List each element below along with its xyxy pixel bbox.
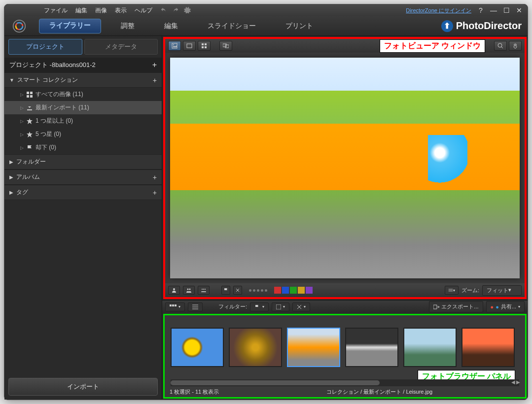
import-icon bbox=[27, 105, 33, 111]
viewer-canvas[interactable] bbox=[165, 53, 525, 283]
tab-library[interactable]: ライブラリー bbox=[39, 19, 101, 34]
section-label: タグ bbox=[16, 188, 28, 197]
thumbnail-scrollbar[interactable]: ◀▶ bbox=[171, 379, 519, 386]
tab-edit[interactable]: 編集 bbox=[149, 19, 193, 34]
tag-people2-button[interactable] bbox=[183, 286, 195, 295]
chevron-right-icon: ▷ bbox=[20, 105, 24, 110]
thumbnail[interactable] bbox=[461, 328, 515, 367]
section-album[interactable]: ▶ アルバム + bbox=[4, 169, 162, 185]
tree-item-recent-import[interactable]: ▷ 最新インポート (11) bbox=[4, 101, 162, 114]
view-single-button[interactable] bbox=[168, 41, 181, 51]
export-button[interactable]: エクスポート... bbox=[429, 301, 483, 312]
side-tab-metadata[interactable]: メタデータ bbox=[84, 39, 158, 55]
help-icon[interactable]: ? bbox=[477, 7, 484, 14]
filter-rating-button[interactable]: ▾ bbox=[292, 303, 310, 311]
menu-edit[interactable]: 編集 bbox=[75, 6, 87, 15]
add-album-icon[interactable]: + bbox=[153, 173, 157, 181]
view-compare-button[interactable] bbox=[183, 41, 196, 51]
thumbnail[interactable] bbox=[287, 328, 340, 367]
section-folder[interactable]: ▶ フォルダー bbox=[4, 154, 162, 169]
upload-icon[interactable]: ⬆ bbox=[441, 20, 453, 32]
tag-person-button[interactable] bbox=[168, 286, 180, 295]
view-secondary-button[interactable] bbox=[219, 41, 232, 51]
tree-item-label: 却下 (0) bbox=[35, 143, 56, 152]
import-button[interactable]: インポート bbox=[8, 378, 158, 396]
svg-rect-25 bbox=[172, 304, 174, 306]
undo-icon[interactable] bbox=[160, 6, 167, 15]
add-collection-icon[interactable]: + bbox=[153, 76, 157, 84]
menu-file[interactable]: ファイル bbox=[44, 6, 68, 15]
chevron-right-icon: ▶ bbox=[9, 174, 13, 180]
tree-item-5star[interactable]: ▷ 5 つ星 (0) bbox=[4, 128, 162, 141]
tree-item-label: 1 つ星以上 (0) bbox=[35, 117, 73, 125]
section-label: スマート コレクション bbox=[17, 76, 78, 84]
color-labels[interactable] bbox=[274, 287, 313, 294]
zoom-select[interactable]: フィット ▾ bbox=[482, 285, 522, 296]
filter-flag-button[interactable]: ▾ bbox=[250, 303, 269, 311]
thumbnail[interactable] bbox=[229, 328, 282, 367]
photo-browser-panel: フォトブラウザー パネル ◀▶ 1 枚選択 - 11 枚表示 コレクション / … bbox=[163, 314, 527, 399]
side-tab-project[interactable]: プロジェクト bbox=[8, 39, 82, 55]
tree-item-rejected[interactable]: ▷ 却下 (0) bbox=[4, 141, 162, 154]
redo-icon[interactable] bbox=[172, 6, 179, 15]
svg-rect-12 bbox=[205, 43, 207, 45]
tree-item-label: すべての画像 (11) bbox=[35, 90, 83, 99]
export-label: エクスポート... bbox=[441, 303, 478, 310]
menu-view[interactable]: 表示 bbox=[115, 6, 127, 15]
tree-item-label: 最新インポート (11) bbox=[35, 103, 89, 112]
histogram-toggle-button[interactable]: ▾ bbox=[445, 286, 459, 295]
flag-reject-button[interactable] bbox=[233, 286, 242, 295]
tag-people3-button[interactable] bbox=[198, 286, 210, 295]
flag-icon bbox=[27, 145, 33, 151]
chevron-down-icon: ▼ bbox=[9, 77, 14, 83]
maximize-icon[interactable]: ☐ bbox=[503, 7, 510, 14]
menu-help[interactable]: ヘルプ bbox=[135, 6, 152, 15]
menu-image[interactable]: 画像 bbox=[95, 6, 107, 15]
thumbnail[interactable] bbox=[345, 328, 398, 367]
section-label: フォルダー bbox=[16, 158, 46, 166]
project-header: プロジェクト -8balloons001-2 + bbox=[4, 58, 162, 72]
scroll-left-icon[interactable]: ◀ bbox=[511, 379, 515, 385]
share-label: 共有... bbox=[501, 303, 516, 310]
flag-pick-button[interactable] bbox=[221, 286, 230, 295]
sidebar: プロジェクト メタデータ プロジェクト -8balloons001-2 + ▼ … bbox=[4, 36, 162, 400]
project-name: プロジェクト -8balloons001-2 bbox=[9, 61, 96, 69]
minimize-icon[interactable]: — bbox=[490, 7, 497, 14]
filter-label-button[interactable]: ▾ bbox=[272, 303, 289, 311]
close-icon[interactable]: ✕ bbox=[516, 7, 523, 14]
star-icon bbox=[27, 132, 33, 137]
section-smart-collection[interactable]: ▼ スマート コレクション + bbox=[4, 72, 162, 88]
signin-link[interactable]: DirectorZone にサインイン bbox=[406, 7, 471, 14]
tree-item-all-images[interactable]: ▷ すべての画像 (11) bbox=[4, 88, 162, 101]
add-project-icon[interactable]: + bbox=[152, 61, 157, 69]
tab-slideshow[interactable]: スライドショー bbox=[193, 19, 271, 34]
sort-list-button[interactable] bbox=[188, 303, 203, 311]
settings-icon[interactable] bbox=[184, 6, 191, 15]
thumbnail[interactable] bbox=[171, 328, 224, 367]
svg-rect-11 bbox=[202, 43, 204, 45]
rating-stars[interactable] bbox=[249, 289, 267, 292]
chevron-right-icon: ▶ bbox=[9, 190, 13, 195]
brand-label: PhotoDirector bbox=[456, 20, 522, 32]
main-tabbar: ライブラリー 調整 編集 スライドショー プリント ⬆ PhotoDirecto… bbox=[4, 16, 528, 36]
chevron-right-icon: ▷ bbox=[20, 92, 24, 97]
section-tag[interactable]: ▶ タグ + bbox=[4, 185, 162, 200]
tab-print[interactable]: プリント bbox=[271, 19, 328, 34]
pan-tool-button[interactable] bbox=[509, 41, 522, 51]
svg-rect-5 bbox=[30, 92, 33, 94]
tab-adjust[interactable]: 調整 bbox=[106, 19, 149, 34]
thumbnail[interactable] bbox=[403, 328, 457, 367]
viewer-toolbar: フォトビューア ウィンドウ bbox=[165, 39, 525, 53]
sort-thumbnail-button[interactable]: ▾ bbox=[165, 303, 185, 311]
section-label: アルバム bbox=[16, 173, 40, 181]
status-path: コレクション / 最新インポート / Leisure.jpg bbox=[326, 388, 432, 396]
svg-point-22 bbox=[203, 289, 204, 290]
zoom-tool-button[interactable] bbox=[494, 41, 507, 51]
share-button[interactable]: ●● 共有... ▾ bbox=[486, 301, 525, 312]
add-tag-icon[interactable]: + bbox=[153, 189, 157, 197]
tree-item-1star[interactable]: ▷ 1 つ星以上 (0) bbox=[4, 114, 162, 128]
scroll-right-icon[interactable]: ▶ bbox=[516, 379, 520, 385]
svg-point-19 bbox=[187, 289, 189, 290]
main-area: フォトビューア ウィンドウ bbox=[162, 36, 528, 400]
view-grid-button[interactable] bbox=[198, 41, 211, 51]
